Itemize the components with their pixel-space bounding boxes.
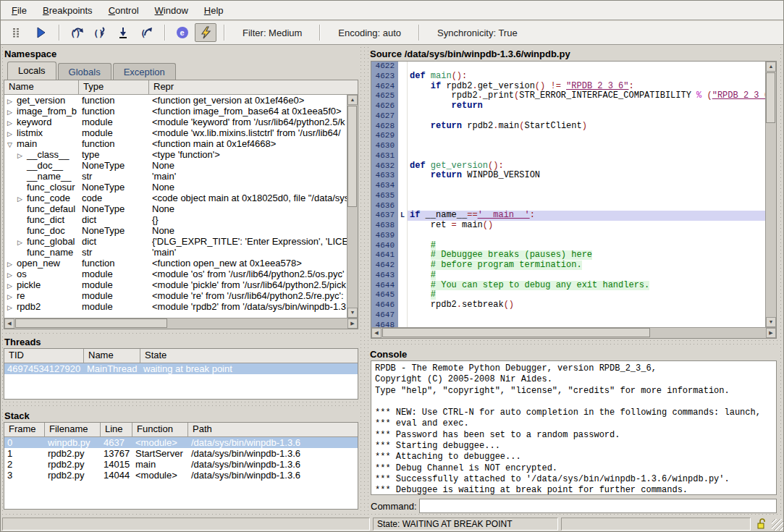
breakpoint-margin[interactable] bbox=[398, 231, 408, 241]
breakpoint-margin[interactable]: L bbox=[398, 211, 408, 221]
tab-globals[interactable]: Globals bbox=[58, 63, 111, 80]
scroll-left-button[interactable]: ◀ bbox=[371, 328, 382, 338]
table-row[interactable]: func_namestr'main' bbox=[4, 247, 347, 258]
source-line[interactable]: 4633 return WINPDB_VERSION bbox=[371, 171, 765, 181]
column-header-repr[interactable]: Repr bbox=[149, 80, 358, 94]
table-row[interactable]: ▷func_globaldict{'DLG_EXPR_TITLE': 'Ente… bbox=[4, 236, 347, 247]
menu-item-help[interactable]: Help bbox=[196, 2, 232, 19]
column-header-state[interactable]: State bbox=[140, 349, 358, 363]
tab-locals[interactable]: Locals bbox=[7, 62, 56, 80]
column-header-frame[interactable]: Frame bbox=[4, 423, 45, 436]
breakpoint-margin[interactable] bbox=[398, 122, 408, 132]
table-row[interactable]: ▷open_newfunction<function open_new at 0… bbox=[4, 258, 347, 269]
table-row[interactable]: 46974534127920MainThreadwaiting at break… bbox=[4, 363, 358, 374]
source-line[interactable]: 4647 bbox=[371, 311, 765, 321]
source-line[interactable]: 4643 # bbox=[371, 271, 765, 281]
namespace-horizontal-scrollbar[interactable]: ◀ ▶ bbox=[4, 318, 358, 329]
expand-arrow[interactable]: ▷ bbox=[7, 259, 17, 269]
expand-arrow[interactable]: ▷ bbox=[7, 129, 17, 138]
source-line[interactable]: 4629 bbox=[371, 131, 765, 141]
go-button[interactable] bbox=[30, 23, 51, 42]
source-line[interactable]: 4641 # Debuggee breaks (pauses) here bbox=[371, 250, 765, 261]
source-editor[interactable]: 46224623def main():4624 if rpdb2.get_ver… bbox=[371, 61, 777, 339]
table-row[interactable]: ▷remodule<module 're' from '/usr/lib64/p… bbox=[4, 290, 347, 301]
breakpoint-margin[interactable] bbox=[398, 161, 408, 172]
breakpoint-margin[interactable] bbox=[398, 131, 408, 141]
scroll-up-button[interactable]: ▲ bbox=[766, 62, 776, 72]
column-header-type[interactable]: Type bbox=[79, 80, 149, 94]
breakpoint-margin[interactable] bbox=[398, 72, 408, 82]
table-row[interactable]: func_dictdict{} bbox=[4, 214, 347, 225]
namespace-vertical-scrollbar[interactable]: ▲ ▼ bbox=[347, 95, 358, 318]
source-line[interactable]: 4622 bbox=[371, 62, 765, 72]
column-header-name[interactable]: Name bbox=[4, 80, 79, 94]
next-button[interactable]: () bbox=[66, 23, 88, 42]
source-line[interactable]: 4642 # before program termination. bbox=[371, 261, 765, 271]
table-row[interactable]: ▷osmodule<module 'os' from '/usr/lib64/p… bbox=[4, 269, 347, 279]
breakpoint-margin[interactable] bbox=[398, 290, 408, 300]
table-row[interactable]: ▷listmixmodule<module 'wx.lib.mixins.lis… bbox=[4, 127, 347, 138]
breakpoint-margin[interactable] bbox=[398, 111, 408, 122]
expand-arrow[interactable]: ▷ bbox=[7, 292, 17, 301]
breakpoint-margin[interactable] bbox=[398, 321, 408, 328]
menu-item-file[interactable]: File bbox=[4, 2, 35, 19]
table-row[interactable]: __name__str'main' bbox=[4, 171, 347, 182]
scroll-left-button[interactable]: ◀ bbox=[4, 318, 14, 329]
source-line[interactable]: 4639 bbox=[371, 231, 765, 241]
table-row[interactable]: 0winpdb.py4637<module>/data/sys/bin/winp… bbox=[4, 437, 358, 448]
source-line[interactable]: 4627 bbox=[371, 111, 765, 122]
source-line[interactable]: 4637Lif __name__=='__main__': bbox=[371, 211, 765, 221]
breakpoint-margin[interactable] bbox=[398, 181, 408, 191]
source-line[interactable]: 4628 return rpdb2.main(StartClient) bbox=[371, 122, 765, 132]
table-row[interactable]: 2rpdb2.py14015main/data/sys/bin/winpdb-1… bbox=[4, 459, 358, 470]
table-row[interactable]: ▷func_codecode<code object main at 0x180… bbox=[4, 193, 347, 203]
expand-arrow[interactable]: ▷ bbox=[17, 194, 27, 203]
source-line[interactable]: 4632def get_version(): bbox=[371, 161, 765, 172]
source-line[interactable]: 4635 bbox=[371, 191, 765, 201]
source-line[interactable]: 4644 # You can step to debug any exit ha… bbox=[371, 281, 765, 291]
table-row[interactable]: func_docNoneTypeNone bbox=[4, 225, 347, 236]
breakpoint-margin[interactable] bbox=[398, 171, 408, 181]
expand-arrow[interactable]: ▷ bbox=[7, 96, 17, 106]
source-line[interactable]: 4640 # bbox=[371, 241, 765, 251]
breakpoint-margin[interactable] bbox=[398, 250, 408, 261]
resize-grip[interactable] bbox=[772, 519, 783, 531]
expand-arrow[interactable]: ▷ bbox=[7, 303, 17, 312]
source-line[interactable]: 4646 rpdb2.setbreak() bbox=[371, 300, 765, 311]
table-row[interactable]: 1rpdb2.py13767StartServer/data/sys/bin/w… bbox=[4, 448, 358, 459]
expand-arrow[interactable]: ▷ bbox=[7, 118, 17, 127]
breakpoint-margin[interactable] bbox=[398, 281, 408, 291]
goto-button[interactable] bbox=[112, 23, 134, 42]
source-line[interactable]: 4645 # bbox=[371, 290, 765, 300]
scroll-right-button[interactable]: ▶ bbox=[766, 328, 776, 338]
menu-item-breakpoints[interactable]: Breakpoints bbox=[35, 2, 101, 19]
table-row[interactable]: ▷__class__type<type 'function'> bbox=[4, 149, 347, 160]
scroll-up-button[interactable]: ▲ bbox=[347, 95, 358, 105]
column-header-path[interactable]: Path bbox=[188, 423, 358, 436]
breakpoint-margin[interactable] bbox=[398, 141, 408, 151]
menu-item-control[interactable]: Control bbox=[101, 2, 147, 19]
source-line[interactable]: 4623def main(): bbox=[371, 72, 765, 82]
breakpoint-margin[interactable] bbox=[398, 241, 408, 251]
tab-exception[interactable]: Exception bbox=[113, 63, 176, 80]
synchronicity-button[interactable] bbox=[195, 23, 216, 42]
column-header-filename[interactable]: Filename bbox=[45, 423, 101, 436]
scroll-right-button[interactable]: ▶ bbox=[347, 318, 358, 329]
breakpoint-margin[interactable] bbox=[398, 201, 408, 211]
console-output[interactable]: RPDB - The Remote Python Debugger, versi… bbox=[371, 360, 777, 495]
breakpoint-margin[interactable] bbox=[398, 271, 408, 281]
breakpoint-margin[interactable] bbox=[398, 311, 408, 321]
source-line[interactable]: 4638 ret = main() bbox=[371, 221, 765, 231]
column-header-line[interactable]: Line bbox=[101, 423, 132, 436]
scrollbar-thumb[interactable] bbox=[766, 72, 775, 123]
source-line[interactable]: 4636 bbox=[371, 201, 765, 211]
table-row[interactable]: 3rpdb2.py14044<module>/data/sys/bin/winp… bbox=[4, 470, 358, 481]
table-row[interactable]: ▽mainfunction<function main at 0x1ef4668… bbox=[4, 138, 347, 149]
table-row[interactable]: ▷image_from_bfunction<function image_fro… bbox=[4, 106, 347, 117]
expand-arrow[interactable]: ▷ bbox=[17, 237, 27, 247]
menu-item-window[interactable]: Window bbox=[147, 2, 196, 19]
source-line[interactable]: 4630 bbox=[371, 141, 765, 151]
table-row[interactable]: __doc__NoneTypeNone bbox=[4, 160, 347, 171]
table-row[interactable]: func_closurNoneTypeNone bbox=[4, 182, 347, 193]
column-header-tid[interactable]: TID bbox=[4, 349, 84, 363]
